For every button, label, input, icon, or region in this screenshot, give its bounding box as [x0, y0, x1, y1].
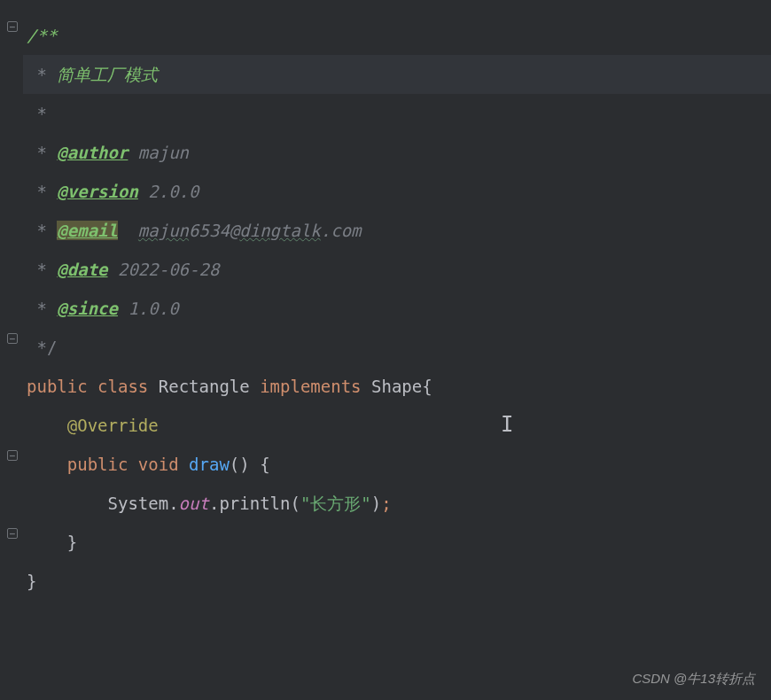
system-class: System: [108, 494, 169, 513]
doc-star: *: [27, 221, 57, 240]
doc-open: /**: [27, 26, 57, 45]
doc-tag-since: @since: [57, 299, 118, 318]
fold-marker-icon[interactable]: [7, 21, 18, 32]
doc-author-value: majun: [138, 143, 189, 162]
code-line: * @author majun: [23, 133, 771, 172]
doc-tag-date: @date: [57, 260, 107, 279]
doc-star: *: [27, 299, 57, 318]
code-area[interactable]: /** * 简单工厂模式 * * @author majun * @versio…: [23, 0, 771, 700]
code-line: }: [23, 523, 771, 562]
doc-star: *: [27, 260, 57, 279]
kw-implements: implements: [260, 377, 361, 396]
doc-star: *: [27, 104, 47, 123]
doc-star: *: [27, 182, 57, 201]
code-line: */: [23, 328, 771, 367]
code-line: * 简单工厂模式: [23, 55, 771, 94]
string-literal: "长方形": [300, 494, 371, 513]
brace-open: {: [260, 455, 269, 474]
doc-close: */: [27, 338, 57, 357]
doc-email-tld: .com: [321, 221, 362, 240]
code-line: *: [23, 94, 771, 133]
doc-email-post: 6534@: [189, 221, 239, 240]
paren: (): [230, 455, 250, 474]
code-line: * @date 2022-06-28: [23, 250, 771, 289]
fold-marker-icon[interactable]: [7, 528, 18, 539]
code-line: System.out.println("长方形");: [23, 484, 771, 523]
kw-public: public: [67, 455, 128, 474]
doc-desc: 简单工厂模式: [57, 65, 158, 84]
code-line: public void draw() {: [23, 445, 771, 484]
doc-version-value: 2.0.0: [148, 182, 199, 201]
doc-tag-email: @email: [57, 221, 118, 240]
out-field: out: [179, 494, 209, 513]
doc-date-value: 2022-06-28: [118, 260, 219, 279]
interface-name: Shape: [371, 377, 422, 396]
doc-email-pre: majun: [138, 221, 189, 240]
doc-email-domain: dingtalk: [239, 221, 321, 240]
code-line: @Override: [23, 406, 771, 445]
paren: ): [371, 494, 381, 513]
fold-marker-icon[interactable]: [7, 450, 18, 461]
method-name: draw: [189, 455, 230, 474]
println-call: println: [219, 494, 290, 513]
dot: .: [209, 494, 219, 513]
kw-public: public: [27, 377, 88, 396]
brace-open: {: [422, 377, 432, 396]
code-line: * @email majun6534@dingtalk.com: [23, 211, 771, 250]
code-line: /**: [23, 16, 771, 55]
text-cursor-icon: 𝙸: [501, 412, 513, 437]
doc-tag-author: @author: [57, 143, 128, 162]
code-editor[interactable]: /** * 简单工厂模式 * * @author majun * @versio…: [0, 0, 771, 700]
code-line: public class Rectangle implements Shape{: [23, 367, 771, 406]
brace-close: }: [67, 533, 77, 552]
kw-class: class: [97, 377, 148, 396]
semicolon: ;: [381, 494, 391, 513]
fold-marker-icon[interactable]: [7, 333, 18, 344]
doc-star: *: [27, 143, 57, 162]
doc-since-value: 1.0.0: [128, 299, 178, 318]
class-name: Rectangle: [159, 377, 250, 396]
paren: (: [290, 494, 300, 513]
override-annotation: @Override: [67, 416, 159, 435]
watermark: CSDN @牛13转折点: [632, 671, 755, 688]
gutter: [0, 0, 23, 700]
brace-close: }: [27, 572, 36, 591]
code-line: * @version 2.0.0: [23, 172, 771, 211]
dot: .: [168, 494, 178, 513]
kw-void: void: [138, 455, 179, 474]
doc-tag-version: @version: [57, 182, 138, 201]
doc-star: *: [27, 65, 57, 84]
code-line: }: [23, 562, 771, 601]
code-line: * @since 1.0.0: [23, 289, 771, 328]
